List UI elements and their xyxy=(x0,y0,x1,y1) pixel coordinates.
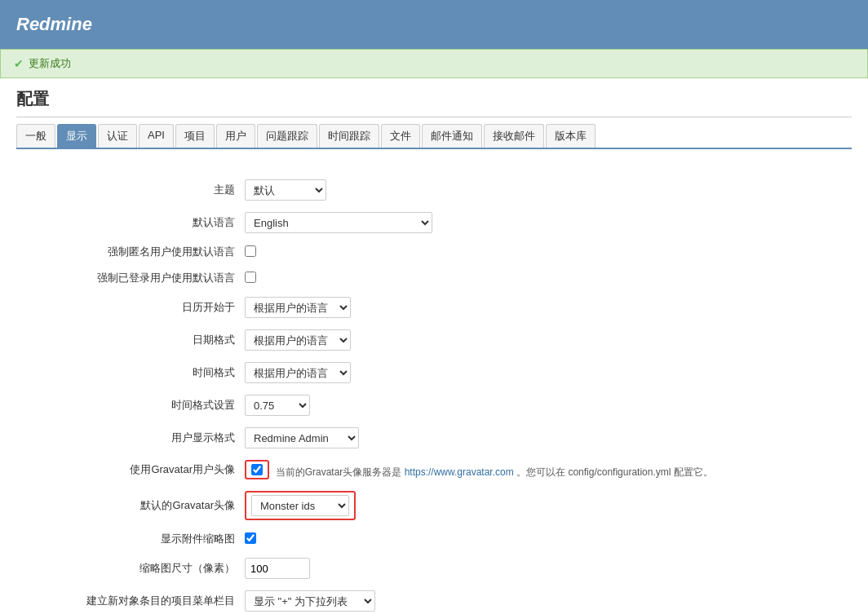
gravatar-checkbox-box xyxy=(245,460,269,479)
force-login-control xyxy=(245,272,852,285)
lang-select[interactable]: English xyxy=(245,212,432,233)
tab-receive-email[interactable]: 接收邮件 xyxy=(484,124,544,148)
success-notice: ✔ 更新成功 xyxy=(0,49,868,78)
default-gravatar-control: Monster ids xyxy=(245,491,852,520)
calendar-row: 日历开始于 根据用户的语言 xyxy=(16,291,852,324)
gravatar-checkbox[interactable] xyxy=(251,464,263,475)
timefmt-select[interactable]: 0.75 xyxy=(245,395,310,416)
force-login-row: 强制已登录用户使用默认语言 xyxy=(16,265,852,291)
timefmt-control: 0.75 xyxy=(245,395,852,416)
notice-text: 更新成功 xyxy=(29,56,71,71)
new-obj-label: 建立新对象条目的项目菜单栏目 xyxy=(16,594,245,608)
force-anon-control xyxy=(245,245,852,259)
thumbnail-row: 显示附件缩略图 xyxy=(16,526,852,552)
tab-time-tracking[interactable]: 时间跟踪 xyxy=(319,124,379,148)
date-control: 根据用户的语言 xyxy=(245,329,852,351)
default-gravatar-row: 默认的Gravatar头像 Monster ids xyxy=(16,485,852,526)
new-obj-control: 显示 "+" 为下拉列表 xyxy=(245,590,852,612)
tab-files[interactable]: 文件 xyxy=(381,124,420,148)
tab-auth[interactable]: 认证 xyxy=(98,124,137,148)
calendar-label: 日历开始于 xyxy=(16,300,245,315)
tab-bar: 一般 显示 认证 API 项目 用户 问题跟踪 时间跟踪 文件 邮件通知 接收邮… xyxy=(16,117,852,149)
tab-general[interactable]: 一般 xyxy=(16,124,55,148)
thumbnail-checkbox[interactable] xyxy=(245,532,256,544)
success-icon: ✔ xyxy=(14,57,24,70)
time-row: 时间格式 根据用户的语言 xyxy=(16,356,852,389)
userfmt-row: 用户显示格式 Redmine Admin xyxy=(16,422,852,454)
userfmt-control: Redmine Admin xyxy=(245,427,852,448)
calendar-control: 根据用户的语言 xyxy=(245,297,852,318)
userfmt-label: 用户显示格式 xyxy=(16,431,245,445)
theme-row: 主题 默认 xyxy=(16,174,852,206)
main-content: 配置 一般 显示 认证 API 项目 用户 问题跟踪 时间跟踪 文件 邮件通知 … xyxy=(0,78,868,614)
thumbnail-label: 显示附件缩略图 xyxy=(16,532,245,546)
settings-form: 主题 默认 默认语言 English 强制匿名用户使用默认语言 xyxy=(16,166,852,614)
thumbnail-size-row: 缩略图尺寸（像素） 100 xyxy=(16,552,852,585)
gravatar-info: 当前的Gravatar头像服务器是 https://www.gravatar.c… xyxy=(276,466,713,478)
theme-select[interactable]: 默认 xyxy=(245,179,326,201)
new-obj-select[interactable]: 显示 "+" 为下拉列表 xyxy=(245,590,375,612)
theme-label: 主题 xyxy=(16,183,245,197)
gravatar-type-select[interactable]: Monster ids xyxy=(251,495,349,516)
userfmt-select[interactable]: Redmine Admin xyxy=(245,427,359,448)
tab-projects[interactable]: 项目 xyxy=(175,124,215,148)
gravatar-row: 使用Gravatar用户头像 当前的Gravatar头像服务器是 https:/… xyxy=(16,454,852,485)
date-label: 日期格式 xyxy=(16,333,245,347)
tab-repo[interactable]: 版本库 xyxy=(546,124,596,148)
gravatar-use-control: 当前的Gravatar头像服务器是 https://www.gravatar.c… xyxy=(245,460,852,479)
gravatar-use-label: 使用Gravatar用户头像 xyxy=(16,462,245,477)
app-header: Redmine xyxy=(0,0,868,49)
tab-api[interactable]: API xyxy=(139,124,174,148)
timefmt-label: 时间格式设置 xyxy=(16,398,245,413)
app-title: Redmine xyxy=(16,14,92,35)
tab-issue-tracking[interactable]: 问题跟踪 xyxy=(257,124,317,148)
lang-label: 默认语言 xyxy=(16,215,245,230)
lang-control: English xyxy=(245,212,852,233)
tab-email-notify[interactable]: 邮件通知 xyxy=(422,124,482,148)
thumbnail-size-input[interactable]: 100 xyxy=(245,558,310,579)
force-anon-label: 强制匿名用户使用默认语言 xyxy=(16,245,245,259)
gravatar-select-box: Monster ids xyxy=(245,491,356,520)
force-login-checkbox[interactable] xyxy=(245,272,256,283)
time-control: 根据用户的语言 xyxy=(245,362,852,383)
page-title: 配置 xyxy=(16,78,852,117)
thumbnail-size-label: 缩略图尺寸（像素） xyxy=(16,561,245,576)
gravatar-info-prefix: 当前的Gravatar头像服务器是 xyxy=(276,466,402,478)
force-anon-checkbox[interactable] xyxy=(245,245,256,257)
force-anon-row: 强制匿名用户使用默认语言 xyxy=(16,239,852,265)
new-obj-row: 建立新对象条目的项目菜单栏目 显示 "+" 为下拉列表 xyxy=(16,585,852,614)
gravatar-info-suffix: 。您可以在 config/configuration.yml 配置它。 xyxy=(516,466,713,478)
default-gravatar-label: 默认的Gravatar头像 xyxy=(16,498,245,513)
force-login-label: 强制已登录用户使用默认语言 xyxy=(16,271,245,285)
date-row: 日期格式 根据用户的语言 xyxy=(16,324,852,356)
time-label: 时间格式 xyxy=(16,365,245,380)
timefmt-row: 时间格式设置 0.75 xyxy=(16,389,852,422)
time-select[interactable]: 根据用户的语言 xyxy=(245,362,351,383)
lang-row: 默认语言 English xyxy=(16,206,852,239)
tab-display[interactable]: 显示 xyxy=(57,124,96,148)
tab-users[interactable]: 用户 xyxy=(216,124,255,148)
gravatar-url-link[interactable]: https://www.gravatar.com xyxy=(405,466,514,478)
theme-control: 默认 xyxy=(245,179,852,201)
calendar-select[interactable]: 根据用户的语言 xyxy=(245,297,351,318)
thumbnail-size-control: 100 xyxy=(245,558,852,579)
date-select[interactable]: 根据用户的语言 xyxy=(245,329,351,351)
thumbnail-control xyxy=(245,532,852,546)
